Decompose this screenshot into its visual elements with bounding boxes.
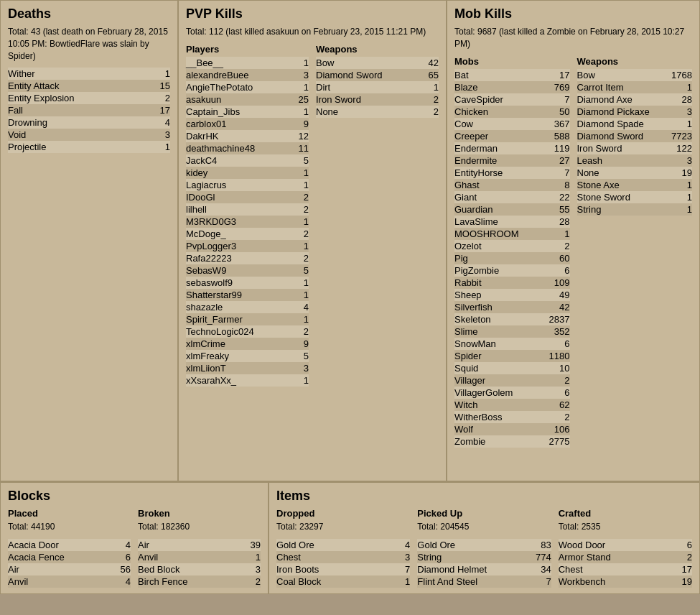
blocks-title: Blocks <box>8 489 261 504</box>
row-value: 3 <box>671 106 692 117</box>
table-row: Skeleton2837 <box>454 313 570 325</box>
row-label: Air <box>138 540 239 550</box>
row-label: None <box>316 106 417 117</box>
row-value: 6 <box>549 265 570 276</box>
table-row: xlmFreaky5 <box>186 350 309 362</box>
items-dropped-col: Dropped Total: 23297 Gold Ore4Chest3Iron… <box>276 508 410 588</box>
row-label: Fall <box>8 105 149 116</box>
items-pickedup-total: Total: 204545 <box>417 521 551 533</box>
blocks-panel: Blocks Placed Total: 44190 Acacia Door4A… <box>0 482 269 594</box>
row-value: 2 <box>149 93 170 103</box>
row-value: 2 <box>671 552 692 563</box>
row-value: 3 <box>239 564 261 575</box>
row-value: 1 <box>287 241 309 251</box>
row-label: Iron Sword <box>316 94 417 105</box>
table-row: Diamond Helmet34 <box>417 563 551 575</box>
row-label: lilhell <box>186 204 287 215</box>
row-value: 1 <box>287 216 309 227</box>
table-row: Air56 <box>8 563 131 575</box>
row-value: 2 <box>549 241 570 251</box>
blocks-placed-rows: Acacia Door4Acacia Fence6Air56Anvil4 <box>8 539 131 588</box>
pvp-weapons-col: Weapons Bow42Diamond Sword65Dirt1Iron Sw… <box>316 44 439 387</box>
blocks-broken-col: Broken Total: 182360 Air39Anvil1Bed Bloc… <box>138 508 261 588</box>
deaths-title: Deaths <box>8 6 170 22</box>
row-label: Zombie <box>454 436 549 447</box>
row-value: 55 <box>549 204 570 215</box>
table-row: SnowMan6 <box>454 338 570 350</box>
pvp-weapons-header: Weapons <box>316 44 439 55</box>
deaths-rows: Wither1Entity Attack15Entity Explosion2F… <box>8 68 170 153</box>
table-row: Zombie2775 <box>454 435 570 448</box>
table-row: asakuun25 <box>186 93 309 106</box>
table-row: TechnoLogic0242 <box>186 325 309 338</box>
row-label: Chicken <box>454 106 549 117</box>
row-value: 2 <box>417 94 439 105</box>
table-row: Acacia Fence6 <box>8 551 131 563</box>
items-dropped-total: Total: 23297 <box>276 521 410 533</box>
row-value: 5 <box>287 155 309 166</box>
row-value: 7 <box>530 576 551 587</box>
row-label: Squid <box>454 363 549 374</box>
table-row: Chest17 <box>559 563 692 575</box>
mob-mobs-col: Mobs Bat17Blaze769CaveSpider7Chicken50Co… <box>454 56 570 448</box>
row-label: sebaswolf9 <box>186 277 287 288</box>
table-row: EntityHorse7 <box>454 167 570 179</box>
row-value: 7 <box>388 564 410 575</box>
table-row: PigZombie6 <box>454 264 570 277</box>
mob-panel: Mob Kills Total: 9687 (last killed a Zom… <box>447 0 700 481</box>
row-value: 1 <box>671 82 692 93</box>
table-row: Squid10 <box>454 362 570 374</box>
table-row: Birch Fence2 <box>138 575 261 588</box>
row-label: Witch <box>454 399 549 410</box>
row-label: Dirt <box>316 82 417 93</box>
row-label: Drowning <box>8 117 149 128</box>
table-row: Acacia Door4 <box>8 539 131 551</box>
table-row: Gold Ore83 <box>417 539 551 551</box>
row-value: 19 <box>671 167 692 178</box>
row-value: 2 <box>287 192 309 203</box>
row-label: Bat <box>454 70 549 80</box>
row-value: 1 <box>287 290 309 300</box>
row-label: EntityHorse <box>454 167 549 178</box>
row-label: Entity Attack <box>8 80 149 91</box>
row-value: 60 <box>549 253 570 264</box>
blocks-broken-rows: Air39Anvil1Bed Block3Birch Fence2 <box>138 539 261 588</box>
table-row: M3RKD0G31 <box>186 216 309 228</box>
items-pickedup-col: Picked Up Total: 204545 Gold Ore83String… <box>417 508 551 588</box>
mob-mobs-header: Mobs <box>454 56 570 67</box>
table-row: kidey1 <box>186 167 309 179</box>
table-row: McDoge_2 <box>186 228 309 240</box>
row-value: 83 <box>530 540 551 550</box>
table-row: Stone Sword1 <box>577 191 693 203</box>
row-label: asakuun <box>186 94 287 105</box>
items-dropped-header: Dropped <box>276 508 410 519</box>
row-value: 2 <box>239 576 261 587</box>
row-value: 1 <box>287 180 309 190</box>
row-label: Captain_Jibs <box>186 106 287 117</box>
row-label: IDooGl <box>186 192 287 203</box>
row-label: kidey <box>186 167 287 178</box>
row-value: 588 <box>549 131 570 142</box>
row-value: 10 <box>549 363 570 374</box>
top-section: Deaths Total: 43 (last death on February… <box>0 0 700 481</box>
row-value: 1 <box>149 68 170 79</box>
row-value: 2 <box>287 204 309 215</box>
table-row: Projectile1 <box>8 141 170 153</box>
table-row: Diamond Sword65 <box>316 69 439 81</box>
table-row: AngieThePotato1 <box>186 81 309 93</box>
table-row: VillagerGolem6 <box>454 387 570 399</box>
row-value: 42 <box>417 57 439 68</box>
row-label: Diamond Helmet <box>417 564 529 575</box>
row-value: 50 <box>549 106 570 117</box>
row-value: 122 <box>671 143 692 154</box>
row-value: 106 <box>549 424 570 435</box>
table-row: Stone Axe1 <box>577 179 693 191</box>
table-row: Diamond Spade1 <box>577 118 693 130</box>
row-value: 15 <box>149 80 170 91</box>
row-value: 9 <box>287 338 309 349</box>
table-row: shazazle4 <box>186 301 309 313</box>
row-label: Lagiacrus <box>186 180 287 190</box>
table-row: Coal Block1 <box>276 575 410 588</box>
table-row: Blaze769 <box>454 81 570 93</box>
mob-weapons-header: Weapons <box>577 56 693 67</box>
